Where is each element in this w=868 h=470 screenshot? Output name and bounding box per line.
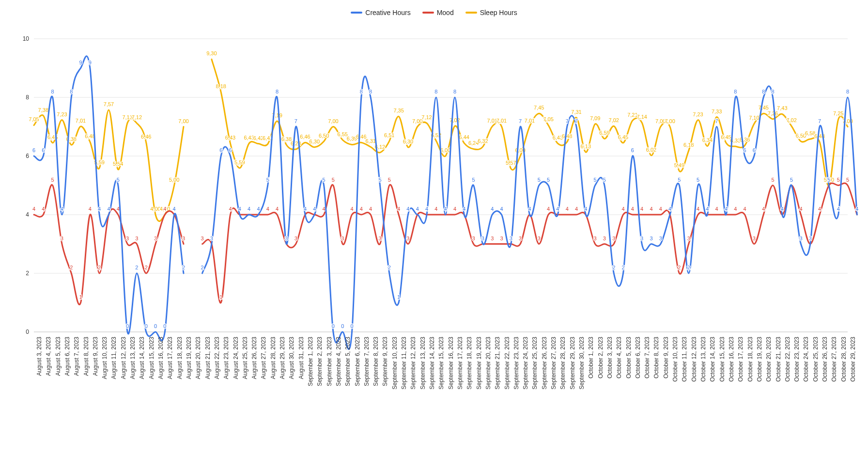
- data-label: 6,31: [365, 138, 375, 144]
- data-label: 6,42: [253, 135, 264, 141]
- data-label: 5: [266, 177, 269, 183]
- x-tick-label: September 11, 2023: [401, 337, 407, 390]
- legend-label: Sleep Hours: [480, 9, 517, 16]
- data-label: 2: [687, 265, 690, 270]
- data-label: 1: [219, 294, 222, 300]
- x-tick-label: September 28, 2023: [559, 337, 566, 390]
- data-label: 3: [210, 235, 213, 241]
- data-label: 4: [855, 206, 858, 212]
- legend-swatch: [422, 12, 434, 14]
- data-label: 1: [397, 294, 400, 300]
- x-axis-labels: August 3, 2023August 4, 2023August 5, 20…: [34, 334, 848, 460]
- x-tick-label: October 19, 2023: [756, 337, 763, 382]
- x-tick-label: September 8, 2023: [372, 337, 379, 386]
- data-label: 7,57: [104, 101, 114, 107]
- x-tick-label: September 20, 2023: [485, 337, 492, 390]
- x-tick-label: August 16, 2023: [157, 337, 164, 379]
- data-label: 3: [659, 235, 662, 241]
- data-label: 7,05: [543, 116, 553, 122]
- x-tick-label: August 11, 2023: [110, 337, 117, 379]
- plot-area: 7,057,386,457,236,387,016,485,597,575,54…: [34, 39, 848, 332]
- data-label: 7: [519, 118, 522, 124]
- x-tick-label: August 25, 2023: [242, 337, 248, 379]
- legend-label: Creative Hours: [365, 9, 410, 16]
- data-label: 4: [621, 206, 624, 212]
- data-label: 7,23: [693, 111, 703, 117]
- data-label: 4: [725, 206, 728, 212]
- data-label: 3: [378, 235, 381, 241]
- data-label: 4: [697, 206, 699, 212]
- data-label: 4: [706, 206, 709, 212]
- data-label: 7: [294, 118, 297, 124]
- data-label: 3: [481, 235, 484, 241]
- data-label: 6,02: [646, 147, 656, 153]
- data-label: 4: [631, 206, 634, 212]
- x-tick-label: October 14, 2023: [709, 337, 716, 382]
- data-label: 4: [715, 206, 718, 212]
- data-label: 3: [201, 235, 204, 241]
- x-tick-label: October 22, 2023: [784, 337, 791, 382]
- legend-item: Sleep Hours: [465, 9, 517, 16]
- y-tick-label: 6: [0, 153, 29, 159]
- data-label: 4: [762, 206, 765, 212]
- data-label: 6,32: [478, 138, 488, 144]
- data-label: 3: [341, 235, 344, 241]
- x-tick-label: September 19, 2023: [476, 337, 482, 390]
- legend-label: Mood: [437, 9, 454, 16]
- x-tick-label: October 20, 2023: [765, 337, 772, 382]
- legend-item: Mood: [422, 9, 454, 16]
- x-tick-label: September 15, 2023: [438, 337, 445, 390]
- data-label: 3: [687, 235, 690, 241]
- x-tick-label: October 2, 2023: [597, 337, 604, 378]
- x-tick-label: September 4, 2023: [335, 337, 342, 386]
- data-label: 6: [219, 147, 222, 153]
- data-label: 2: [201, 265, 204, 270]
- data-label: 5,59: [234, 159, 245, 165]
- data-label: 6,39: [347, 136, 357, 141]
- data-label: 1: [79, 294, 82, 300]
- x-tick-label: October 18, 2023: [747, 337, 754, 382]
- data-label: 6,48: [562, 133, 572, 139]
- data-label: 7,00: [328, 118, 338, 124]
- data-label: 5: [790, 177, 793, 183]
- data-label: 3: [603, 235, 606, 241]
- data-label: 8: [453, 89, 456, 94]
- data-label: 3: [500, 235, 503, 241]
- x-tick-label: September 14, 2023: [429, 337, 435, 390]
- x-tick-label: August 18, 2023: [176, 337, 183, 379]
- data-label: 5: [547, 177, 550, 183]
- data-label: 7,13: [122, 114, 132, 120]
- x-tick-label: October 6, 2023: [635, 337, 641, 378]
- data-label: 4: [360, 206, 363, 212]
- x-tick-label: October 10, 2023: [672, 337, 679, 382]
- data-label: 7,35: [393, 108, 403, 113]
- data-label: 4: [107, 206, 110, 212]
- data-label: 3: [799, 235, 802, 241]
- data-label: 4: [659, 206, 662, 212]
- data-label: 4: [668, 206, 671, 212]
- data-label: 6,24: [468, 140, 479, 146]
- data-label: 7,12: [132, 114, 142, 120]
- data-label: 4: [837, 206, 840, 212]
- data-label: 3: [640, 235, 643, 241]
- data-label: 6,30: [310, 139, 320, 144]
- x-tick-label: September 25, 2023: [531, 337, 538, 390]
- x-tick-label: October 7, 2023: [644, 337, 651, 378]
- x-tick-label: August 4, 2023: [45, 337, 52, 376]
- data-label: 6: [32, 147, 35, 153]
- data-label: 4: [556, 206, 559, 212]
- data-label: 6,38: [281, 136, 292, 142]
- data-label: 3: [472, 235, 475, 241]
- data-label: 4: [744, 206, 746, 212]
- data-label: 6,43: [225, 135, 235, 141]
- data-label: 3: [294, 235, 297, 241]
- data-label: 6,51: [384, 132, 394, 138]
- data-label: 5: [771, 177, 774, 183]
- data-label: 4: [575, 206, 578, 212]
- data-label: 6: [631, 147, 634, 153]
- x-tick-label: October 8, 2023: [653, 337, 660, 378]
- legend-item: Creative Hours: [351, 9, 410, 16]
- data-label: 0: [163, 323, 166, 329]
- x-tick-label: August 17, 2023: [167, 337, 173, 379]
- data-label: 4: [566, 206, 569, 212]
